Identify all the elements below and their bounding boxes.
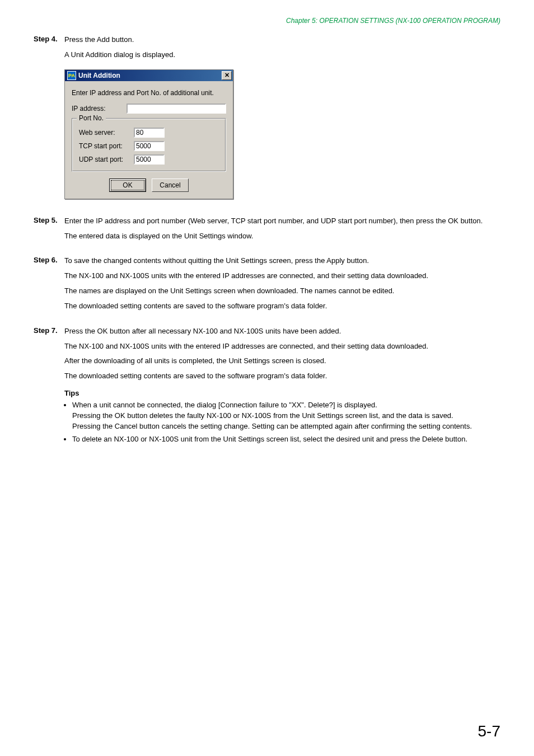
dialog-buttons: OK Cancel [72, 179, 226, 192]
tip-1b: Pressing the OK button deletes the fault… [72, 411, 453, 420]
ip-input[interactable] [127, 104, 226, 114]
ip-row: IP address: [72, 104, 226, 114]
udp-row: UDP start port: [79, 154, 220, 165]
close-icon[interactable]: ✕ [222, 71, 232, 80]
step-4-line1: Press the Add button. [64, 35, 500, 45]
step-7-label: Step 7. [34, 326, 64, 335]
dialog-titlebar: PA Unit Addition ✕ [65, 70, 233, 81]
step-7-line3: After the downloading of all units is co… [64, 356, 500, 367]
step-4-content: Press the Add button. A Unit Addition di… [64, 35, 500, 65]
dialog-app-icon: PA [67, 71, 76, 80]
tip-1: When a unit cannot be connected, the dia… [72, 400, 500, 432]
step-7-line2: The NX-100 and NX-100S units with the en… [64, 341, 500, 352]
web-label: Web server: [79, 129, 129, 137]
udp-label: UDP start port: [79, 156, 129, 163]
step-5: Step 5. Enter the IP address and port nu… [34, 216, 500, 246]
step-6-line3: The names are displayed on the Unit Sett… [64, 286, 500, 297]
port-groupbox: Port No. Web server: TCP start port: UDP… [72, 118, 226, 172]
step-6-line1: To save the changed contents without qui… [64, 256, 500, 266]
step-5-content: Enter the IP address and port number (We… [64, 216, 500, 246]
dialog-message: Enter IP address and Port No. of additio… [72, 89, 226, 97]
step-6-line4: The downloaded setting contents are save… [64, 301, 500, 312]
ip-label: IP address: [72, 105, 122, 112]
step-5-line2: The entered data is displayed on the Uni… [64, 231, 500, 242]
step-4: Step 4. Press the Add button. A Unit Add… [34, 35, 500, 65]
page: Chapter 5: OPERATION SETTINGS (NX-100 OP… [0, 0, 534, 756]
tips-heading: Tips [64, 388, 500, 399]
tip-1a: When a unit cannot be connected, the dia… [72, 401, 377, 409]
tips-list: When a unit cannot be connected, the dia… [64, 400, 500, 444]
step-5-label: Step 5. [34, 216, 64, 224]
step-6: Step 6. To save the changed contents wit… [34, 256, 500, 316]
step-5-line1: Enter the IP address and port number (We… [64, 216, 500, 227]
tcp-label: TCP start port: [79, 142, 129, 150]
page-number: 5-7 [478, 722, 500, 740]
cancel-button[interactable]: Cancel [152, 179, 189, 192]
tcp-row: TCP start port: [79, 141, 220, 151]
step-4-label: Step 4. [34, 35, 64, 43]
step-7: Step 7. Press the OK button after all ne… [34, 326, 500, 447]
unit-addition-dialog: PA Unit Addition ✕ Enter IP address and … [64, 69, 233, 199]
step-6-line2: The NX-100 and NX-100S units with the en… [64, 271, 500, 281]
tcp-start-input[interactable] [134, 141, 165, 151]
step-4-line2: A Unit Addition dialog is displayed. [64, 50, 500, 60]
port-group-label: Port No. [77, 114, 106, 122]
step-7-line4: The downloaded setting contents are save… [64, 371, 500, 382]
step-7-line1: Press the OK button after all necessary … [64, 326, 500, 337]
web-server-input[interactable] [134, 128, 165, 138]
tip-1c: Pressing the Cancel button cancels the s… [72, 422, 472, 430]
udp-start-input[interactable] [134, 154, 165, 165]
titlebar-left: PA Unit Addition [67, 71, 120, 80]
chapter-header: Chapter 5: OPERATION SETTINGS (NX-100 OP… [34, 17, 500, 25]
web-row: Web server: [79, 128, 220, 138]
step-7-content: Press the OK button after all necessary … [64, 326, 500, 447]
ok-button[interactable]: OK [109, 179, 146, 192]
dialog-body: Enter IP address and Port No. of additio… [65, 81, 233, 199]
dialog-title: Unit Addition [78, 72, 120, 79]
step-6-content: To save the changed contents without qui… [64, 256, 500, 316]
tip-2: To delete an NX-100 or NX-100S unit from… [72, 434, 500, 445]
step-6-label: Step 6. [34, 256, 64, 264]
